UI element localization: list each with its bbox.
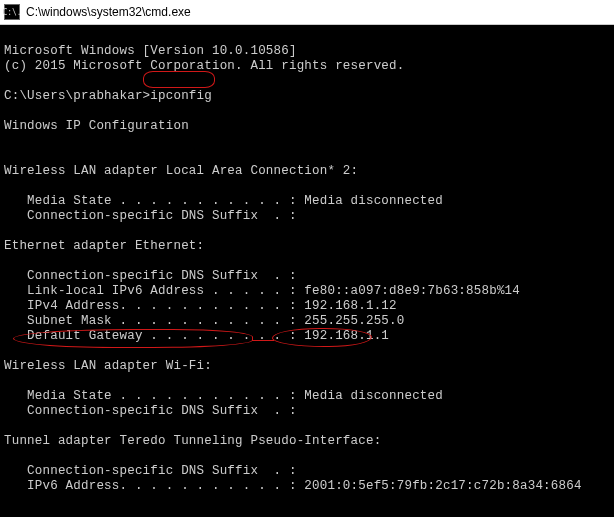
window-title: C:\windows\system32\cmd.exe — [26, 5, 191, 19]
dns-suffix-line: Connection-specific DNS Suffix . : — [4, 209, 297, 223]
terminal-output[interactable]: Microsoft Windows [Version 10.0.10586] (… — [0, 25, 614, 517]
ipv6-link-local-line: Link-local IPv6 Address . . . . . : fe80… — [4, 284, 520, 298]
command-ipconfig: ipconfig — [150, 89, 212, 103]
dns-suffix-line: Connection-specific DNS Suffix . : — [4, 404, 297, 418]
copyright-line: (c) 2015 Microsoft Corporation. All righ… — [4, 59, 404, 73]
adapter-header-ethernet: Ethernet adapter Ethernet: — [4, 239, 204, 253]
adapter-header-wlan2: Wireless LAN adapter Local Area Connecti… — [4, 164, 358, 178]
dns-suffix-line: Connection-specific DNS Suffix . : — [4, 464, 297, 478]
media-state-line: Media State . . . . . . . . . . . : Medi… — [4, 194, 443, 208]
default-gateway-line: Default Gateway . . . . . . . . . : 192.… — [4, 329, 389, 343]
dns-suffix-line: Connection-specific DNS Suffix . : — [4, 269, 297, 283]
ipconfig-header: Windows IP Configuration — [4, 119, 189, 133]
ipv4-address-line: IPv4 Address. . . . . . . . . . . : 192.… — [4, 299, 397, 313]
adapter-header-teredo: Tunnel adapter Teredo Tunneling Pseudo-I… — [4, 434, 381, 448]
ipv6-address-line: IPv6 Address. . . . . . . . . . . : 2001… — [4, 479, 582, 493]
os-version-line: Microsoft Windows [Version 10.0.10586] — [4, 44, 297, 58]
cmd-icon: C:\. — [4, 4, 20, 20]
prompt: C:\Users\prabhakar> — [4, 89, 150, 103]
subnet-mask-line: Subnet Mask . . . . . . . . . . . : 255.… — [4, 314, 404, 328]
annotation-circle-ipconfig — [143, 71, 215, 88]
media-state-line: Media State . . . . . . . . . . . : Medi… — [4, 389, 443, 403]
window-titlebar[interactable]: C:\. C:\windows\system32\cmd.exe — [0, 0, 614, 25]
adapter-header-wifi: Wireless LAN adapter Wi-Fi: — [4, 359, 212, 373]
